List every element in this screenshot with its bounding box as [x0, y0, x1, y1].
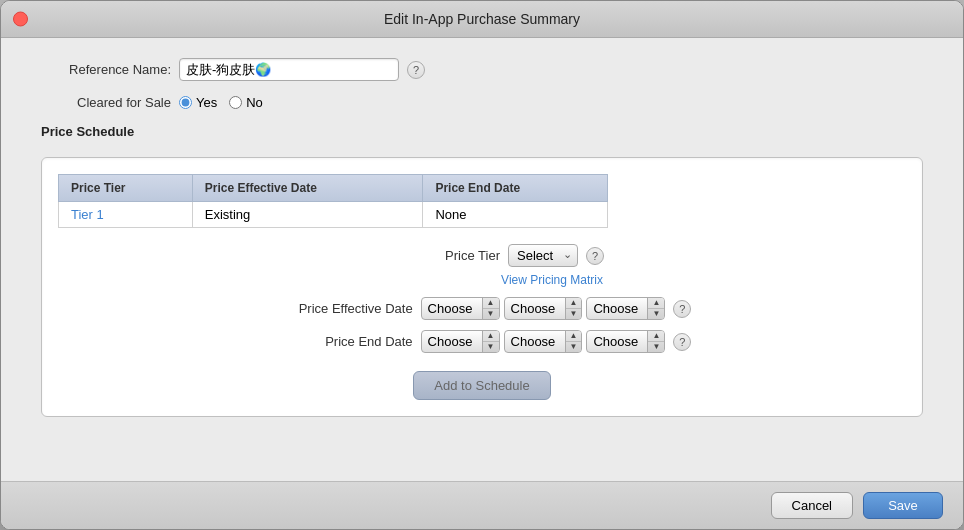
end-date-year[interactable]: Choose [587, 331, 647, 352]
effective-month-down[interactable]: ▼ [483, 309, 499, 319]
reference-name-help-icon[interactable]: ? [407, 61, 425, 79]
effective-date-month-wrapper: Choose ▲ ▼ [421, 297, 500, 320]
table-header-row: Price Tier Price Effective Date Price En… [59, 175, 608, 202]
end-date-label: Price End Date [273, 334, 413, 349]
effective-date-day-wrapper: Choose ▲ ▼ [504, 297, 583, 320]
end-date-form-row: Price End Date Choose ▲ ▼ [58, 330, 906, 353]
end-day-up[interactable]: ▲ [566, 331, 582, 342]
effective-date-year[interactable]: Choose [587, 298, 647, 319]
effective-year-arrows: ▲ ▼ [647, 298, 664, 319]
end-day-arrows: ▲ ▼ [565, 331, 582, 352]
content-area: Reference Name: ? Cleared for Sale Yes N… [1, 38, 963, 481]
price-table: Price Tier Price Effective Date Price En… [58, 174, 608, 228]
end-month-arrows: ▲ ▼ [482, 331, 499, 352]
dialog-title: Edit In-App Purchase Summary [384, 11, 580, 27]
no-radio[interactable] [229, 96, 242, 109]
effective-date-help-icon[interactable]: ? [673, 300, 691, 318]
add-to-schedule-button[interactable]: Add to Schedule [413, 371, 550, 400]
cancel-button[interactable]: Cancel [771, 492, 853, 519]
price-schedule-box: Price Tier Price Effective Date Price En… [41, 157, 923, 417]
no-label: No [246, 95, 263, 110]
reference-name-input[interactable] [179, 58, 399, 81]
effective-month-arrows: ▲ ▼ [482, 298, 499, 319]
cleared-for-sale-label: Cleared for Sale [41, 95, 171, 110]
end-year-arrows: ▲ ▼ [647, 331, 664, 352]
title-bar: Edit In-App Purchase Summary [1, 1, 963, 38]
effective-date-month[interactable]: Choose [422, 298, 482, 319]
effective-year-down[interactable]: ▼ [648, 309, 664, 319]
end-date-selects: Choose ▲ ▼ Choose ▲ [421, 330, 666, 353]
pricing-link-row: View Pricing Matrix [501, 273, 603, 287]
no-radio-label[interactable]: No [229, 95, 263, 110]
end-date-cell: None [423, 202, 608, 228]
schedule-form: Price Tier Select Tier 1 Tier 2 ? View P… [58, 244, 906, 400]
end-date-day[interactable]: Choose [505, 331, 565, 352]
col-end-date: Price End Date [423, 175, 608, 202]
effective-month-up[interactable]: ▲ [483, 298, 499, 309]
effective-day-up[interactable]: ▲ [566, 298, 582, 309]
effective-year-up[interactable]: ▲ [648, 298, 664, 309]
tier-cell: Tier 1 [59, 202, 193, 228]
end-date-year-wrapper: Choose ▲ ▼ [586, 330, 665, 353]
view-pricing-link[interactable]: View Pricing Matrix [501, 273, 603, 287]
yes-radio-label[interactable]: Yes [179, 95, 217, 110]
effective-date-form-row: Price Effective Date Choose ▲ ▼ [58, 297, 906, 320]
price-tier-select-wrapper: Select Tier 1 Tier 2 [508, 244, 578, 267]
end-month-down[interactable]: ▼ [483, 342, 499, 352]
end-date-month-wrapper: Choose ▲ ▼ [421, 330, 500, 353]
col-effective-date: Price Effective Date [192, 175, 423, 202]
effective-day-down[interactable]: ▼ [566, 309, 582, 319]
col-price-tier: Price Tier [59, 175, 193, 202]
reference-name-row: Reference Name: ? [41, 58, 923, 81]
dialog: Edit In-App Purchase Summary Reference N… [0, 0, 964, 530]
end-date-help-icon[interactable]: ? [673, 333, 691, 351]
effective-day-arrows: ▲ ▼ [565, 298, 582, 319]
effective-date-year-wrapper: Choose ▲ ▼ [586, 297, 665, 320]
end-date-month[interactable]: Choose [422, 331, 482, 352]
price-tier-select[interactable]: Select Tier 1 Tier 2 [508, 244, 578, 267]
cleared-for-sale-radio-group: Yes No [179, 95, 263, 110]
tier-1-link[interactable]: Tier 1 [71, 207, 104, 222]
save-button[interactable]: Save [863, 492, 943, 519]
footer: Cancel Save [1, 481, 963, 529]
end-day-down[interactable]: ▼ [566, 342, 582, 352]
end-month-up[interactable]: ▲ [483, 331, 499, 342]
effective-date-cell: Existing [192, 202, 423, 228]
price-tier-form-label: Price Tier [360, 248, 500, 263]
price-schedule-section: Price Schedule [41, 124, 923, 143]
end-year-up[interactable]: ▲ [648, 331, 664, 342]
end-year-down[interactable]: ▼ [648, 342, 664, 352]
effective-date-label: Price Effective Date [273, 301, 413, 316]
table-row: Tier 1 Existing None [59, 202, 608, 228]
yes-label: Yes [196, 95, 217, 110]
price-tier-form-row: Price Tier Select Tier 1 Tier 2 ? [58, 244, 906, 267]
end-date-day-wrapper: Choose ▲ ▼ [504, 330, 583, 353]
effective-date-day[interactable]: Choose [505, 298, 565, 319]
reference-name-label: Reference Name: [41, 62, 171, 77]
table-container: Price Tier Price Effective Date Price En… [58, 174, 906, 228]
effective-date-selects: Choose ▲ ▼ Choose ▲ [421, 297, 666, 320]
cleared-for-sale-row: Cleared for Sale Yes No [41, 95, 923, 110]
price-tier-help-icon[interactable]: ? [586, 247, 604, 265]
yes-radio[interactable] [179, 96, 192, 109]
section-title: Price Schedule [41, 124, 923, 139]
